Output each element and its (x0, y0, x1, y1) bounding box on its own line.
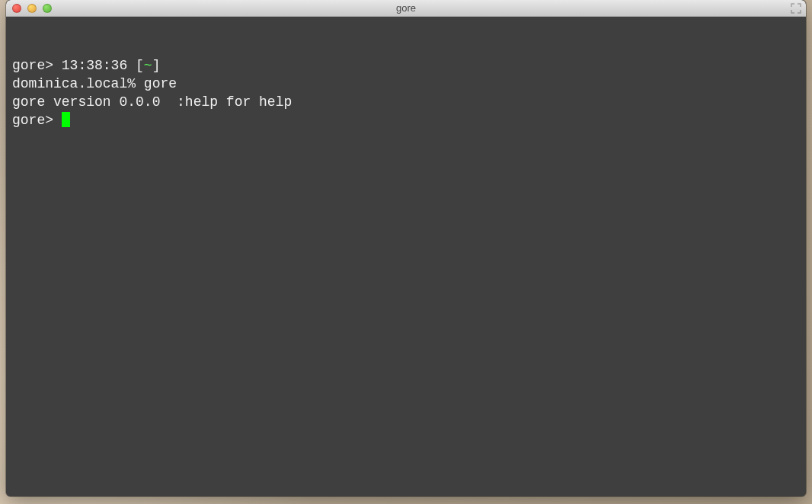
terminal-line: gore version 0.0.0 :help for help (12, 93, 800, 111)
terminal-window: gore gore> 13:38:36 [~]dominica.local% g… (6, 0, 806, 496)
terminal-body[interactable]: gore> 13:38:36 [~]dominica.local% gorego… (6, 17, 806, 496)
command-text: gore (144, 76, 177, 91)
cursor-block (62, 112, 70, 127)
prompt-text: gore> (12, 58, 62, 73)
zoom-button[interactable] (43, 4, 52, 13)
terminal-line: gore> 13:38:36 [~] (12, 56, 800, 75)
traffic-lights (6, 4, 52, 13)
close-button[interactable] (12, 4, 21, 13)
path-bracket-open: [ (136, 58, 144, 73)
window-titlebar[interactable]: gore (6, 0, 806, 17)
window-title: gore (6, 2, 806, 14)
path-bracket-close: ] (152, 58, 161, 73)
fullscreen-icon[interactable] (791, 3, 801, 14)
prompt-text: gore> (12, 113, 62, 128)
path-tilde: ~ (144, 58, 152, 73)
minimize-button[interactable] (27, 4, 37, 13)
timestamp-text: 13:38:36 (62, 58, 136, 73)
version-text: gore version 0.0.0 :help for help (12, 94, 292, 110)
host-prompt: dominica.local% (12, 76, 144, 91)
terminal-line: dominica.local% gore (12, 75, 800, 93)
terminal-line: gore> (12, 111, 800, 129)
